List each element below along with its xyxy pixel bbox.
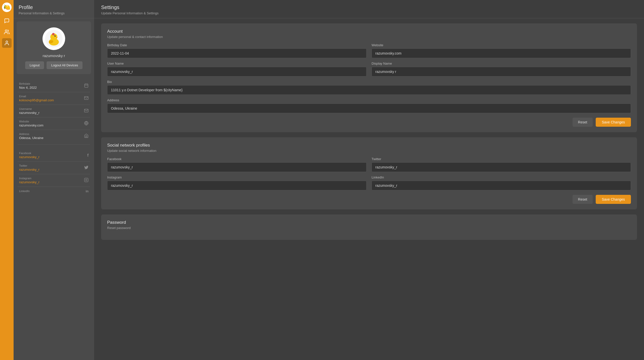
birthdate-value: Nov 4, 2022 <box>19 86 37 89</box>
logout-all-button[interactable]: Logout All Devices <box>47 61 83 69</box>
instagram-value-sidebar[interactable]: razumovsky_r <box>19 180 39 184</box>
sidebar-title: Profile <box>19 5 89 10</box>
linkedin-label-main: LinkedIn <box>372 175 631 179</box>
instagram-input[interactable] <box>107 181 367 190</box>
info-username: Username razumovsky_r <box>18 105 90 117</box>
main-cards: Account Update personal & contact inform… <box>94 18 644 245</box>
username-icon <box>84 108 89 114</box>
info-instagram: Instagram razumovsky_r <box>18 174 90 187</box>
facebook-input[interactable] <box>107 162 367 172</box>
bio-label: Bio <box>107 80 631 84</box>
displayname-label: Display Name <box>372 62 631 65</box>
twitter-icon <box>84 165 89 171</box>
info-facebook: Facebook razumovsky_r f <box>18 149 90 162</box>
username-value: razumovsky_r <box>19 111 39 115</box>
avatar <box>43 27 65 50</box>
page-subtitle: Update Personal Information & Settings <box>101 11 637 15</box>
username-group: User Name <box>107 62 367 76</box>
info-linkedin: LinkedIn in <box>18 187 90 196</box>
page-title: Settings <box>101 5 637 10</box>
linkedin-input[interactable] <box>372 181 631 190</box>
birthdate-label: Birthdate <box>19 82 37 85</box>
svg-point-5 <box>55 35 56 37</box>
account-save-button[interactable]: Save Changes <box>596 118 631 127</box>
social-save-button[interactable]: Save Changes <box>596 195 631 204</box>
birthday-group: Birthday Date <box>107 43 367 58</box>
social-form: Facebook Twitter Instagram LinkedIn <box>107 157 631 190</box>
linkedin-group: LinkedIn <box>372 175 631 190</box>
username-input[interactable] <box>107 67 367 76</box>
username-label: Username <box>19 107 39 110</box>
social-reset-button[interactable]: Reset <box>573 195 593 204</box>
twitter-group: Twitter <box>372 157 631 172</box>
main-header: Settings Update Personal Information & S… <box>94 0 644 18</box>
address-label: Address <box>107 98 631 102</box>
svg-point-1 <box>6 41 8 43</box>
instagram-group: Instagram <box>107 175 367 190</box>
sidebar-item-chat[interactable] <box>2 16 12 26</box>
twitter-input[interactable] <box>372 162 631 172</box>
address-group: Address <box>107 98 631 113</box>
sidebar-item-profile[interactable] <box>2 38 12 48</box>
facebook-icon: f <box>87 153 89 158</box>
bio-group: Bio <box>107 80 631 95</box>
account-actions: Reset Save Changes <box>107 118 631 127</box>
social-card-subtitle: Update social network information <box>107 149 631 153</box>
svg-point-6 <box>55 35 56 36</box>
instagram-icon <box>84 178 89 183</box>
svg-rect-15 <box>85 178 88 182</box>
linkedin-icon: in <box>86 189 89 193</box>
twitter-value-sidebar[interactable]: razumovsky_r <box>19 168 39 171</box>
info-email: Email kolosovp95@gmail.com <box>18 92 90 105</box>
account-card: Account Update personal & contact inform… <box>101 23 637 132</box>
logout-button[interactable]: Logout <box>25 61 44 69</box>
facebook-value-sidebar[interactable]: razumovsky_r <box>19 155 39 159</box>
personal-info-section: Birthdate Nov 4, 2022 Email kolosovp95@g… <box>14 77 94 142</box>
email-value[interactable]: kolosovp95@gmail.com <box>19 98 54 102</box>
social-card: Social network profiles Update social ne… <box>101 137 637 209</box>
avatar-action-buttons: Logout Logout All Devices <box>25 61 83 69</box>
globe-icon <box>84 121 89 126</box>
displayname-input[interactable] <box>372 67 631 76</box>
account-form: Birthday Date Website User Name Display … <box>107 43 631 113</box>
address-input[interactable] <box>107 104 631 113</box>
email-label: Email <box>19 95 54 98</box>
social-info-section: Facebook razumovsky_r f Twitter razumovs… <box>14 147 94 196</box>
displayname-group: Display Name <box>372 62 631 76</box>
linkedin-label-sidebar: LinkedIn <box>19 190 30 193</box>
divider <box>18 144 90 145</box>
sidebar-item-users[interactable] <box>2 27 12 37</box>
birthday-date-input[interactable] <box>107 49 367 58</box>
svg-rect-9 <box>85 84 88 87</box>
avatar-area: razumovsky r Logout Logout All Devices <box>17 21 91 74</box>
website-label-sidebar: Website <box>19 120 44 123</box>
address-label-sidebar: Address <box>19 132 44 136</box>
social-card-title: Social network profiles <box>107 143 631 148</box>
password-card: Password Reset password <box>101 214 637 240</box>
website-value-sidebar: razumovsky.com <box>19 123 44 127</box>
app-logo: 🍋 <box>2 3 12 12</box>
account-reset-button[interactable]: Reset <box>573 118 593 127</box>
twitter-label-main: Twitter <box>372 157 631 161</box>
password-card-title: Password <box>107 220 631 225</box>
bio-input[interactable] <box>107 85 631 95</box>
instagram-label-sidebar: Instagram <box>19 177 39 180</box>
instagram-label-main: Instagram <box>107 175 367 179</box>
address-value-sidebar: Odessa, Ukraine <box>19 136 44 140</box>
info-address: Address Odessa, Ukraine <box>18 130 90 142</box>
website-input[interactable] <box>372 49 631 58</box>
info-website: Website razumovsky.com <box>18 117 90 130</box>
svg-point-8 <box>52 33 55 35</box>
home-icon <box>84 133 89 139</box>
birthday-date-label: Birthday Date <box>107 43 367 47</box>
logo-emoji: 🍋 <box>4 4 10 11</box>
facebook-group: Facebook <box>107 157 367 172</box>
website-group: Website <box>372 43 631 58</box>
email-icon <box>84 96 89 101</box>
calendar-icon <box>84 83 89 89</box>
facebook-label-sidebar: Facebook <box>19 152 39 155</box>
social-actions: Reset Save Changes <box>107 195 631 204</box>
sidebar-subtitle: Personal Information & Settings <box>19 11 89 15</box>
account-card-subtitle: Update personal & contact information <box>107 35 631 39</box>
facebook-label-main: Facebook <box>107 157 367 161</box>
